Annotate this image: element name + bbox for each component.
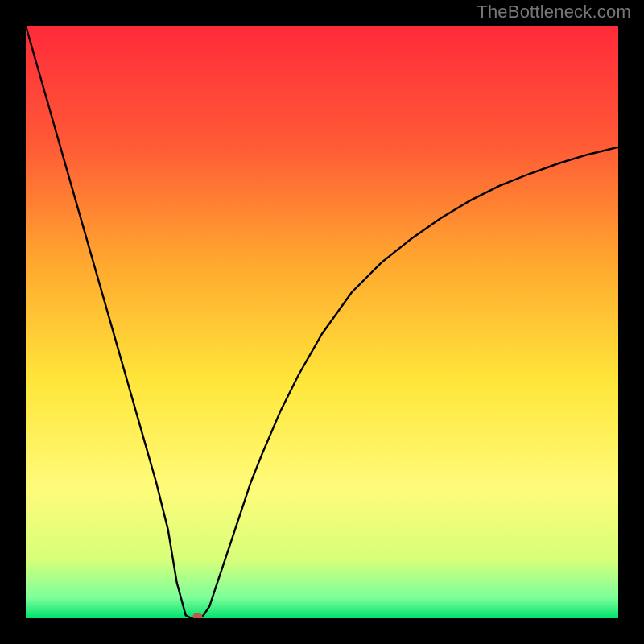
watermark-text: TheBottleneck.com <box>477 2 631 23</box>
plot-svg <box>26 26 618 618</box>
gradient-background <box>26 26 618 618</box>
chart-frame: TheBottleneck.com <box>0 0 644 644</box>
plot-area <box>26 26 618 618</box>
